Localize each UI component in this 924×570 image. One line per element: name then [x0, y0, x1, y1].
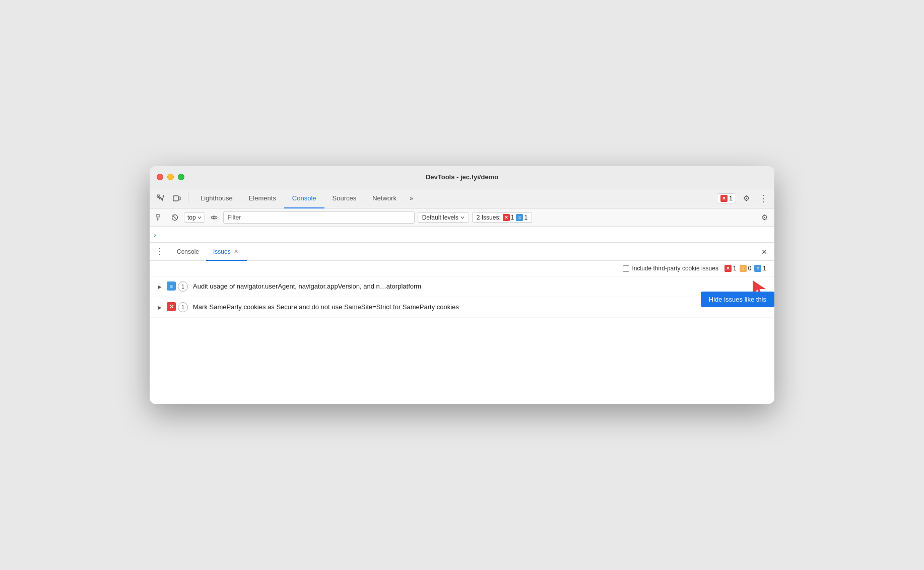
- tab-lighthouse[interactable]: Lighthouse: [192, 188, 241, 208]
- svg-rect-1: [173, 196, 178, 201]
- log-level-selector[interactable]: Default levels: [418, 212, 469, 223]
- bottom-panel: ⋮ Console Issues ✕ ✕ Include third-party…: [150, 243, 774, 404]
- issue-type-icon-2: ✕: [167, 302, 176, 311]
- title-bar: DevTools - jec.fyi/demo: [150, 166, 774, 188]
- svg-rect-3: [157, 215, 159, 217]
- panel-more-button[interactable]: ⋮: [154, 246, 166, 258]
- context-selector[interactable]: top: [184, 212, 205, 223]
- warning-count-badge: ! 0: [740, 265, 752, 272]
- svg-point-8: [213, 217, 215, 219]
- minimize-button[interactable]: [167, 174, 174, 180]
- error-icon: ✕: [720, 195, 728, 202]
- tab-sources[interactable]: Sources: [324, 188, 365, 208]
- include-third-party-checkbox-row[interactable]: Include third-party cookie issues: [623, 265, 718, 272]
- issues-list: ▶ ≡ 1 Audit usage of navigator.userAgent…: [150, 276, 774, 318]
- error-count-badge: ✕ 1: [724, 265, 737, 272]
- expand-icon-1[interactable]: ▶: [156, 282, 164, 291]
- issue-counts: ✕ 1 ! 0 ≡ 1: [724, 265, 766, 272]
- console-toolbar: top Default levels 2 Issues: ✕ 1: [150, 208, 774, 227]
- tab-console[interactable]: Console: [284, 188, 324, 208]
- toolbar-divider: [188, 193, 188, 203]
- settings-button[interactable]: ⚙: [739, 191, 753, 205]
- panel-tab-bar: ⋮ Console Issues ✕ ✕: [150, 243, 774, 261]
- close-button[interactable]: [157, 174, 163, 180]
- issue-text-2: Mark SameParty cookies as Secure and do …: [193, 302, 768, 312]
- device-toolbar-button[interactable]: [170, 191, 184, 205]
- svg-line-7: [173, 216, 177, 220]
- gear-icon: ⚙: [743, 194, 750, 203]
- console-prompt-area[interactable]: ›: [150, 227, 774, 243]
- chevron-down-icon: [197, 216, 202, 220]
- more-options-button[interactable]: ⋮: [756, 191, 770, 205]
- svg-rect-2: [179, 197, 180, 200]
- include-third-party-checkbox[interactable]: [623, 265, 629, 272]
- issue-type-icon-1: ≡: [167, 281, 176, 291]
- issue-row-1[interactable]: ▶ ≡ 1 Audit usage of navigator.userAgent…: [150, 276, 774, 297]
- issues-badge[interactable]: 2 Issues: ✕ 1 ≡ 1: [472, 212, 532, 223]
- close-issues-tab[interactable]: ✕: [233, 248, 240, 255]
- issue-count-1: 1: [178, 281, 188, 292]
- window-title: DevTools - jec.fyi/demo: [426, 173, 498, 181]
- clear-console-button[interactable]: [154, 211, 166, 224]
- tab-panel-issues[interactable]: Issues ✕: [206, 243, 247, 261]
- prompt-chevron: ›: [154, 231, 156, 239]
- tab-nav: Lighthouse Elements Console Sources Netw…: [192, 188, 715, 208]
- console-settings-button[interactable]: ⚙: [758, 211, 770, 224]
- traffic-lights: [157, 174, 184, 180]
- maximize-button[interactable]: [178, 174, 184, 180]
- issues-header: Include third-party cookie issues ✕ 1 ! …: [150, 261, 774, 276]
- block-icon-button[interactable]: [169, 211, 181, 224]
- eye-button[interactable]: [208, 211, 220, 224]
- error-badge[interactable]: ✕ 1: [717, 193, 736, 203]
- info-count-badge: ≡ 1: [754, 265, 766, 272]
- inspect-element-button[interactable]: [154, 191, 168, 205]
- issue-count-2: 1: [178, 302, 188, 312]
- toolbar-right: ✕ 1 ⚙ ⋮: [717, 191, 770, 205]
- close-panel-button[interactable]: ✕: [758, 246, 770, 258]
- main-toolbar: Lighthouse Elements Console Sources Netw…: [150, 188, 774, 208]
- info-count: ≡ 1: [516, 214, 527, 221]
- issue-row-2[interactable]: ▶ ✕ 1 Mark SameParty cookies as Secure a…: [150, 297, 774, 318]
- tab-network[interactable]: Network: [364, 188, 405, 208]
- kebab-icon: ⋮: [759, 193, 768, 204]
- tab-elements[interactable]: Elements: [241, 188, 284, 208]
- error-count: ✕ 1: [503, 214, 514, 221]
- hide-issues-context-menu[interactable]: Hide issues like this: [701, 292, 774, 307]
- filter-input[interactable]: [223, 211, 415, 224]
- gear-icon: ⚙: [761, 213, 768, 222]
- devtools-window: DevTools - jec.fyi/demo Lighthouse Eleme…: [150, 166, 774, 404]
- expand-icon-2[interactable]: ▶: [156, 303, 164, 311]
- more-tabs-button[interactable]: »: [405, 188, 418, 208]
- tab-panel-console[interactable]: Console: [170, 243, 206, 261]
- issue-text-1: Audit usage of navigator.userAgent, navi…: [193, 281, 768, 292]
- chevron-down-icon: [460, 216, 465, 220]
